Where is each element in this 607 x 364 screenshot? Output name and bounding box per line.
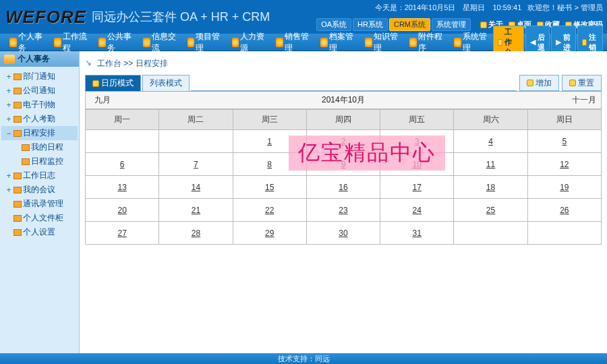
flow-icon xyxy=(54,38,61,47)
sidebar-item-10[interactable]: 个人文件柜 xyxy=(1,211,78,225)
nav-knowledge[interactable]: 知识管理 xyxy=(359,31,404,54)
calendar-day xyxy=(86,130,159,153)
sidebar-item-label: 个人考勤 xyxy=(23,113,55,125)
nav-archive[interactable]: 档案管理 xyxy=(315,31,359,54)
tree-toggle-icon[interactable]: + xyxy=(5,171,12,181)
sidebar-item-9[interactable]: 通讯录管理 xyxy=(1,197,78,211)
cart-icon xyxy=(276,38,283,47)
calendar-day[interactable]: 28 xyxy=(159,222,233,245)
calendar-day[interactable]: 30 xyxy=(306,222,380,245)
nav-personal[interactable]: 个人事务 xyxy=(4,31,49,54)
tab-calendar-mode[interactable]: 日历模式 xyxy=(85,75,141,91)
globe-icon xyxy=(98,38,106,47)
calendar-day[interactable]: 12 xyxy=(527,153,601,176)
calendar-day[interactable]: 21 xyxy=(159,199,233,222)
sidebar-tree: +部门通知+公司通知+电子刊物+个人考勤−日程安排 我的日程 日程监控+工作日志… xyxy=(0,67,79,242)
calendar-day[interactable]: 23 xyxy=(306,199,380,222)
sidebar-item-label: 个人文件柜 xyxy=(23,212,63,224)
tab-list-mode[interactable]: 列表模式 xyxy=(142,75,190,91)
nav-info[interactable]: 信息交流 xyxy=(138,31,182,54)
tree-toggle-icon xyxy=(5,214,12,223)
weekday-header: 周四 xyxy=(306,110,380,130)
crumb-current: 日程安排 xyxy=(136,59,168,68)
exit-icon xyxy=(582,39,587,46)
calendar-day[interactable]: 14 xyxy=(159,176,233,199)
calendar-day[interactable]: 29 xyxy=(233,222,306,245)
btn-add[interactable]: 增加 xyxy=(519,75,559,91)
sidebar-item-0[interactable]: +部门通知 xyxy=(1,69,78,84)
tree-toggle-icon[interactable]: − xyxy=(5,129,12,138)
nav-attach[interactable]: 附件程序 xyxy=(404,31,449,54)
tree-toggle-icon[interactable]: + xyxy=(5,86,12,96)
calendar-day[interactable]: 20 xyxy=(86,199,159,222)
sidebar-item-label: 日程安排 xyxy=(23,127,55,139)
folder-icon xyxy=(13,88,22,94)
sidebar-item-7[interactable]: +工作日志 xyxy=(1,169,78,183)
calendar-day[interactable]: 31 xyxy=(380,222,454,245)
mail-icon xyxy=(143,38,150,47)
calendar-day[interactable]: 2 xyxy=(306,130,380,153)
sys-tab-hr[interactable]: HR系统 xyxy=(353,18,388,31)
gear-icon xyxy=(454,38,461,47)
sidebar-item-4[interactable]: −日程安排 xyxy=(1,126,78,140)
tree-toggle-icon[interactable]: + xyxy=(5,100,12,110)
nav-project[interactable]: 项目管理 xyxy=(182,31,227,54)
calendar-day[interactable]: 10 xyxy=(380,153,454,176)
nav-sales[interactable]: 销售管理 xyxy=(270,31,315,54)
workbench-icon xyxy=(498,39,502,46)
nav-hr[interactable]: 人力资源 xyxy=(227,31,271,54)
weekday-header: 周五 xyxy=(380,110,454,130)
calendar-day[interactable]: 16 xyxy=(306,176,380,199)
banner-status-line: 今天是：2014年10月5日 星期日 10:59:41 欢迎您！秘书 > 管理员 xyxy=(316,3,603,13)
sidebar-item-3[interactable]: +个人考勤 xyxy=(1,112,78,126)
calendar-day[interactable]: 8 xyxy=(233,153,306,176)
sys-tab-oa[interactable]: OA系统 xyxy=(316,18,351,31)
calendar-day[interactable]: 7 xyxy=(159,153,233,176)
sys-tab-crm[interactable]: CRM系统 xyxy=(389,18,430,31)
sidebar-item-8[interactable]: +我的会议 xyxy=(1,183,78,197)
sidebar-item-6[interactable]: 日程监控 xyxy=(1,154,78,169)
sidebar-item-1[interactable]: +公司通知 xyxy=(1,84,78,98)
sys-tab-admin[interactable]: 系统管理 xyxy=(432,18,471,31)
calendar-day[interactable]: 4 xyxy=(454,130,527,153)
calendar-day[interactable]: 1 xyxy=(233,130,306,153)
sidebar-item-label: 通讯录管理 xyxy=(23,198,63,210)
nav-workflow[interactable]: 工作流程 xyxy=(49,31,93,54)
archive-icon xyxy=(320,38,328,47)
weekday-header: 周六 xyxy=(454,110,527,130)
nav-public[interactable]: 公共事务 xyxy=(93,31,138,54)
crumb-home[interactable]: 工作台 xyxy=(97,59,121,68)
tree-toggle-icon[interactable]: + xyxy=(5,115,12,124)
calendar-day[interactable]: 27 xyxy=(86,222,159,245)
calendar-day[interactable]: 6 xyxy=(86,153,159,176)
folder-icon xyxy=(13,116,22,123)
btn-reset[interactable]: 重置 xyxy=(562,75,602,91)
calendar-day[interactable]: 17 xyxy=(380,176,454,199)
calendar-day[interactable]: 11 xyxy=(454,153,527,176)
folder-icon xyxy=(13,201,22,208)
calendar-day[interactable]: 25 xyxy=(454,199,527,222)
clip-icon xyxy=(409,38,417,47)
sidebar-item-5[interactable]: 我的日程 xyxy=(1,140,78,154)
folder-icon xyxy=(4,55,15,64)
calendar-day[interactable]: 26 xyxy=(527,199,601,222)
calendar-day[interactable]: 15 xyxy=(233,176,306,199)
sidebar-item-label: 个人设置 xyxy=(23,226,55,238)
next-month[interactable]: 十一月 xyxy=(567,94,601,106)
calendar-day[interactable]: 3 xyxy=(380,130,454,153)
calendar-day[interactable]: 18 xyxy=(454,176,527,199)
calendar-day[interactable]: 24 xyxy=(380,199,454,222)
calendar-day[interactable]: 13 xyxy=(86,176,159,199)
sidebar-item-11[interactable]: 个人设置 xyxy=(1,225,78,239)
sidebar-item-2[interactable]: +电子刊物 xyxy=(1,98,78,112)
calendar-day[interactable]: 22 xyxy=(233,199,306,222)
prev-month[interactable]: 九月 xyxy=(86,94,119,106)
today-text: 2014年10月5日 星期日 10:59:41 xyxy=(405,3,522,11)
tree-toggle-icon[interactable]: + xyxy=(5,72,12,82)
tree-toggle-icon[interactable]: + xyxy=(5,185,12,195)
nav-system[interactable]: 系统管理 xyxy=(449,31,493,54)
calendar-day[interactable]: 5 xyxy=(527,130,601,153)
calendar-day[interactable]: 9 xyxy=(306,153,380,176)
main-nav: 个人事务 工作流程 公共事务 信息交流 项目管理 人力资源 销售管理 档案管理 … xyxy=(0,34,607,51)
calendar-day[interactable]: 19 xyxy=(527,176,601,199)
